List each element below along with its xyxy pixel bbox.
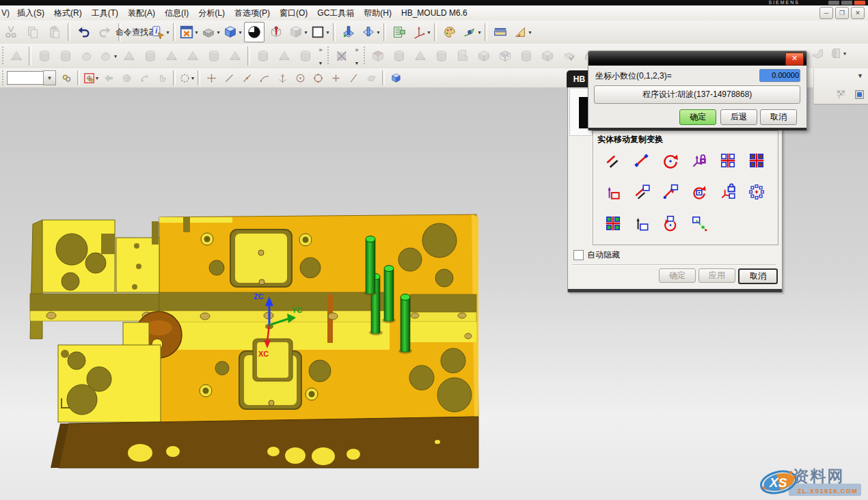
sn-axis-button[interactable] — [274, 70, 290, 86]
g-torus-button[interactable] — [204, 46, 223, 66]
chevron-down-icon[interactable]: ▾ — [326, 29, 329, 36]
palette-button[interactable] — [439, 22, 460, 42]
g-mirror-button[interactable] — [331, 46, 351, 66]
g-sphere-button[interactable] — [118, 70, 135, 86]
sn-linept-button[interactable] — [239, 70, 255, 86]
flag-check-button[interactable] — [832, 86, 849, 102]
clamshell-button[interactable]: ▾ — [200, 22, 221, 42]
menu-item-10[interactable]: HB_MOULD M6.6 — [396, 6, 472, 20]
g-grab-button[interactable] — [154, 70, 170, 86]
t-scale-icon[interactable] — [685, 210, 714, 236]
g-cube-red-button[interactable] — [368, 46, 388, 66]
selection-filter-value[interactable] — [7, 71, 43, 85]
g-curve-button[interactable] — [516, 46, 536, 66]
section-a-button[interactable] — [338, 22, 359, 42]
cube-blue-button[interactable] — [388, 70, 404, 86]
t-move-copy-icon[interactable] — [627, 179, 656, 205]
g-split-button[interactable] — [389, 46, 409, 66]
t-up-rect-icon[interactable] — [599, 179, 627, 205]
g-hook2-button[interactable] — [295, 46, 315, 66]
t-pt-copy-icon[interactable] — [656, 179, 685, 205]
menu-item-7[interactable]: 窗口(O) — [275, 6, 312, 20]
g-cube2-button[interactable] — [253, 46, 273, 66]
toolbar-drag-handle[interactable] — [363, 46, 366, 66]
protractor-button[interactable]: ▾ — [512, 22, 532, 42]
toolbar-drag-handle[interactable] — [1, 46, 4, 66]
paste-button[interactable] — [44, 22, 65, 42]
g-table-button[interactable] — [34, 46, 54, 66]
t-rot-copy-icon[interactable] — [685, 179, 714, 205]
view-orient-button[interactable]: ▾ — [461, 22, 482, 42]
sn-arc-button[interactable] — [256, 70, 273, 86]
dialog-cancel-button[interactable]: 取消 — [760, 109, 797, 125]
chevron-down-icon[interactable]: ▾ — [191, 75, 194, 81]
t-up-copy-icon[interactable] — [627, 210, 656, 236]
t-rotate-icon[interactable] — [656, 148, 685, 173]
chevron-down-icon[interactable]: ▾ — [195, 29, 198, 36]
chevron-down-icon[interactable]: ▾ — [843, 51, 846, 57]
chevron-down-icon[interactable]: ▾ — [166, 29, 169, 36]
g-back-button[interactable] — [100, 70, 117, 86]
shade-sphere-button[interactable] — [244, 22, 265, 42]
g-sheet-button[interactable] — [809, 45, 826, 61]
minimize-button[interactable] — [828, 1, 839, 5]
chevron-down-icon[interactable]: ▾ — [114, 53, 117, 59]
sn-quad-button[interactable] — [310, 70, 326, 86]
g-asm-button[interactable] — [58, 70, 74, 86]
sn-face-button[interactable] — [363, 70, 379, 86]
g-pull-button[interactable] — [225, 46, 245, 66]
g-pattern-button[interactable] — [77, 46, 96, 66]
filter-red-button[interactable]: ▾ — [83, 70, 99, 86]
g-cube-button[interactable] — [119, 46, 139, 66]
chevron-down-icon[interactable]: ▾ — [217, 29, 219, 36]
decimal-input[interactable]: 0.00000 — [759, 69, 800, 82]
t-array4b-icon[interactable] — [742, 148, 771, 173]
sn-move-button[interactable] — [203, 70, 219, 86]
toolbar-overflow-button[interactable]: »▼ — [316, 46, 325, 66]
menu-item-9[interactable]: 帮助(H) — [359, 6, 396, 20]
chevron-down-icon[interactable]: ▾ — [96, 75, 98, 81]
redo-button[interactable] — [95, 22, 116, 42]
chevron-down-icon[interactable]: ▾ — [478, 29, 480, 36]
menu-item-8[interactable]: GC工具箱 — [312, 6, 359, 20]
g-mesh-button[interactable] — [495, 46, 515, 66]
pin-cube-button[interactable] — [266, 22, 286, 42]
dialog-ok-button[interactable]: 确定 — [679, 109, 716, 125]
author-button[interactable]: 程序设计:胡波(137-14978868) — [594, 85, 800, 104]
menu-item-2[interactable]: 工具(T) — [87, 6, 123, 20]
menu-partial[interactable]: V) — [0, 6, 12, 20]
t-array4g-icon[interactable] — [599, 210, 627, 236]
g-plus-button[interactable] — [410, 46, 430, 66]
cut-button[interactable] — [1, 22, 21, 42]
menu-item-1[interactable]: 格式(R) — [49, 6, 87, 20]
restore-button[interactable] — [841, 1, 852, 5]
t-line-pt-icon[interactable] — [627, 148, 656, 173]
window-x-button[interactable]: ▾ — [178, 22, 199, 42]
panel-apply-button[interactable]: 应用 — [699, 268, 735, 283]
g-stack-button[interactable] — [558, 46, 578, 66]
close-button[interactable] — [854, 1, 865, 5]
sn-slash-button[interactable] — [345, 70, 362, 86]
lasso-button[interactable]: ▾ — [178, 70, 195, 86]
chevron-down-icon[interactable]: ▾ — [427, 29, 430, 36]
g-roll-button[interactable]: ▾ — [827, 45, 847, 61]
cube-blue-button[interactable]: ▾ — [222, 22, 243, 42]
dialog-close-icon[interactable]: ✕ — [785, 53, 804, 66]
menubar-restore-button[interactable]: ❐ — [835, 7, 849, 19]
g-hook-button[interactable] — [274, 46, 294, 66]
dialog-back-button[interactable]: 后退 — [720, 109, 757, 125]
dialog-title-bar[interactable] — [588, 51, 806, 66]
selection-filter-combo[interactable]: ▼ — [7, 70, 56, 85]
g-holes-button[interactable] — [55, 46, 75, 66]
g-slab-button[interactable] — [182, 46, 202, 66]
autohide-checkbox[interactable] — [573, 250, 584, 260]
g-boolean-button[interactable]: ▾ — [98, 46, 118, 66]
chevron-down-icon[interactable]: ▾ — [304, 29, 307, 36]
menu-item-3[interactable]: 装配(A) — [123, 6, 160, 20]
copy-button[interactable] — [23, 22, 43, 42]
g-window-button[interactable] — [452, 46, 472, 66]
wcs-axes-button[interactable]: ▾ — [411, 22, 431, 42]
toolbar-options-caret[interactable]: ▼ — [857, 72, 863, 79]
g-wedge-button[interactable] — [140, 46, 160, 66]
g-frame-button[interactable] — [431, 46, 451, 66]
